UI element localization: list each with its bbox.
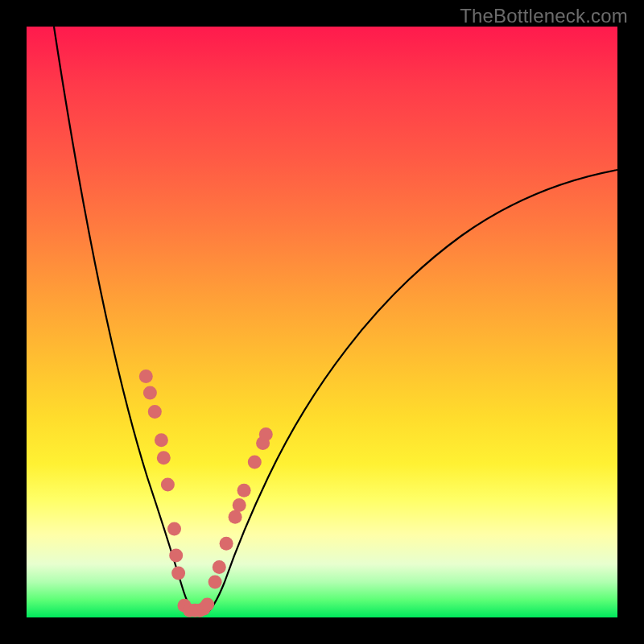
curve-marker xyxy=(169,548,183,562)
curve-marker xyxy=(171,567,185,580)
plot-area xyxy=(27,27,617,617)
curve-marker xyxy=(167,522,181,535)
curve-marker xyxy=(229,510,242,524)
curve-marker xyxy=(237,484,251,497)
curve-marker xyxy=(155,433,168,447)
curve-marker xyxy=(220,537,233,551)
curve-marker xyxy=(139,369,153,383)
curve-marker xyxy=(157,451,171,464)
curve-marker xyxy=(208,576,222,589)
curve-marker xyxy=(248,456,262,469)
watermark-text: TheBottleneck.com xyxy=(460,5,628,27)
curve-marker xyxy=(259,427,273,441)
curve-marker xyxy=(148,405,162,419)
curve-marker xyxy=(143,386,157,400)
curve-markers xyxy=(139,369,273,617)
bottleneck-curve xyxy=(54,27,617,614)
curve-marker xyxy=(233,498,246,512)
chart-svg xyxy=(27,27,617,617)
curve-marker xyxy=(200,597,214,611)
curve-marker xyxy=(213,560,226,574)
curve-marker xyxy=(161,477,175,491)
